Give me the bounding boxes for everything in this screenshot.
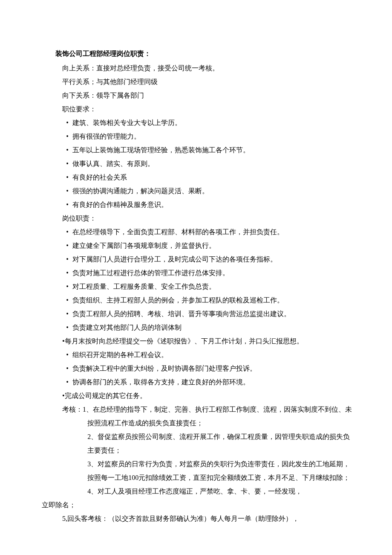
assessment-text: 对监察员的日常行为负责，对监察员的失职行为负连带责任，因此发生的工地延期，按照每… [87,460,350,481]
duty-text: 负责组织、主持工程部人员的例会，并参加工程队的联检及巡检工作。 [72,296,284,304]
bullet-icon: • [62,198,72,212]
bullet-icon: • [62,143,72,157]
assessment-text: 对工人及项目经理工作态度端正，严禁吃、拿、卡、要，一经发现， [98,488,302,495]
requirements-heading: 职位要求： [55,102,354,116]
bullet-icon: • [62,171,72,184]
duty-text: 在总经理领导下，全面负责工程部、材料部的各项工作，并担负责任。 [72,228,284,235]
duty-text: 负责工程部人员的招聘、考核、培训、晋升等事项向营运总监提出建议。 [72,310,291,317]
relation-down: 向下关系：领导下属各部门 [55,89,354,102]
assessment-num: 4、 [87,488,98,495]
bullet-icon: • [62,375,72,389]
bullet-icon: • [62,280,72,293]
assessment-text: 在总经理的指导下，制定、完善、执行工程部工作制度、流程，因落实制度不到位、未按照… [87,406,352,427]
duty-text: 对下属部门人员进行合理分工，及时完成公司下达的各项任务指标。 [72,256,277,263]
requirement-item: •拥有很强的管理能力。 [55,130,354,143]
requirement-item: •有良好的合作精神及服务意识。 [55,198,354,212]
assessment-item: 5,回头客考核：（以交齐首款且财务部确认为准）每人每月一单（助理除外）， [55,512,354,526]
bullet-icon: • [62,266,72,280]
duty-text: 协调各部门的关系，取得各方支持，建立良好的外部环境。 [72,378,250,386]
assessment-text: 督促监察员按照公司制度、流程开展工作，确保工程质量，因管理失职造成的损失负主要责… [87,433,350,454]
duty-text: 组织召开定期的各种工程会议。 [72,351,168,358]
duty-text: 负责建立对其他部门人员的培训体制 [72,324,182,331]
bullet-icon: • [62,225,72,239]
assessment-num: 1、 [83,406,93,413]
requirement-item: •五年以上装饰施工现场管理经验，熟悉装饰施工各个环节。 [55,143,354,157]
duty-item: •每月末按时向总经理提交一份《述职报告》、下月工作计划，并口头汇报思想。 [55,334,354,348]
assessment-num: 2、 [87,433,98,440]
requirement-text: 有良好的合作精神及服务意识。 [72,201,168,208]
relation-up: 向上关系：直接对总经理负责，接受公司统一考核。 [55,61,354,75]
duty-text: 负责对施工过程进行总体的管理工作进行总体安排。 [72,269,229,276]
bullet-icon: • [62,293,72,307]
requirement-text: 有良好的社会关系 [72,174,127,181]
requirement-item: •有良好的社会关系 [55,171,354,184]
duty-text: 每月末按时向总经理提交一份《述职报告》、下月工作计划，并口头汇报思想。 [65,337,303,345]
bullet-icon: • [62,184,72,198]
duties-heading: 岗位职责： [55,212,354,225]
requirement-item: •做事认真、踏实、有原则。 [55,157,354,171]
bullet-icon: • [62,307,72,321]
assessment-item: 3、对监察员的日常行为负责，对监察员的失职行为负连带责任，因此发生的工地延期，按… [62,457,354,485]
bullet-icon: • [62,116,72,130]
duty-text: 完成公司规定的其它任务。 [65,392,147,399]
duty-item: •负责对施工过程进行总体的管理工作进行总体安排。 [55,266,354,280]
duty-text: 对工程质量、工程服务质量、安全工作负总责。 [72,283,216,290]
duty-item: •建立健全下属部门各项规章制度，并监督执行。 [55,239,354,253]
bullet-icon: • [62,362,72,375]
requirement-text: 做事认真、踏实、有原则。 [72,160,154,167]
assessment-block: 考核：1、在总经理的指导下，制定、完善、执行工程部工作制度、流程，因落实制度不到… [55,403,354,498]
assessment-label: 考核： [62,406,83,413]
duty-item: •负责工程部人员的招聘、考核、培训、晋升等事项向营运总监提出建议。 [55,307,354,321]
duty-item: •完成公司规定的其它任务。 [55,389,354,403]
bullet-icon: • [62,348,72,362]
bullet-icon: • [62,321,72,334]
duty-item: •组织召开定期的各种工程会议。 [55,348,354,362]
duty-item: •负责建立对其他部门人员的培训体制 [55,321,354,334]
assessment-text: 回头客考核：（以交齐首款且财务部确认为准）每人每月一单（助理除外）， [67,515,299,522]
bullet-icon: • [62,157,72,171]
duty-item: •在总经理领导下，全面负责工程部、材料部的各项工作，并担负责任。 [55,225,354,239]
assessment-item: 2、督促监察员按照公司制度、流程开展工作，确保工程质量，因管理失职造成的损失负主… [62,430,354,457]
duty-item: •负责组织、主持工程部人员的例会，并参加工程队的联检及巡检工作。 [55,293,354,307]
duty-item: •对工程质量、工程服务质量、安全工作负总责。 [55,280,354,293]
requirement-text: 五年以上装饰施工现场管理经验，熟悉装饰施工各个环节。 [72,146,250,154]
bullet-icon: • [62,253,72,266]
requirement-item: •建筑、装饰相关专业大专以上学历。 [55,116,354,130]
duty-text: 负责解决工程中的重大纠纷，及时协调各部门处理客户投诉。 [72,365,257,372]
assessment-item: 4、对工人及项目经理工作态度端正，严禁吃、拿、卡、要，一经发现， [62,485,354,498]
duty-item: •协调各部门的关系，取得各方支持，建立良好的外部环境。 [55,375,354,389]
requirement-item: •很强的协调沟通能力，解决问题灵活、果断。 [55,184,354,198]
requirement-text: 拥有很强的管理能力。 [72,133,141,140]
requirement-text: 建筑、装饰相关专业大专以上学历。 [72,119,182,126]
bullet-icon: • [62,239,72,253]
assessment-item: 考核：1、在总经理的指导下，制定、完善、执行工程部工作制度、流程，因落实制度不到… [62,403,354,430]
relation-peer: 平行关系；与其他部门经理同级 [55,75,354,89]
requirement-text: 很强的协调沟通能力，解决问题灵活、果断。 [72,187,209,195]
duty-item: •对下属部门人员进行合理分工，及时完成公司下达的各项任务指标。 [55,253,354,266]
duty-text: 建立健全下属部门各项规章制度，并监督执行。 [72,242,216,249]
assessment-num: 5, [62,515,67,522]
bullet-icon: • [62,130,72,143]
document-title: 装饰公司工程部经理岗位职责： [55,47,354,61]
assessment-tail: 立即除名； [42,498,354,512]
assessment-num: 3、 [87,460,98,468]
duty-item: •负责解决工程中的重大纠纷，及时协调各部门处理客户投诉。 [55,362,354,375]
